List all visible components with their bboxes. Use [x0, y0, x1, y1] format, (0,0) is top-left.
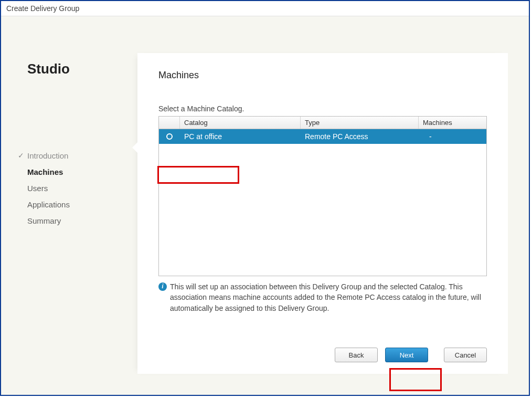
step-users[interactable]: Users: [27, 180, 137, 196]
info-note: i This will set up an association betwee…: [158, 281, 487, 313]
step-label: Applications: [27, 200, 70, 209]
studio-brand: Studio: [27, 61, 70, 77]
wizard-buttons: Back Next Cancel: [335, 348, 487, 362]
col-catalog: Catalog: [180, 117, 301, 129]
page-heading: Machines: [158, 65, 487, 81]
cancel-button[interactable]: Cancel: [444, 348, 487, 362]
info-text: This will set up an association between …: [170, 281, 487, 313]
catalog-table: Catalog Type Machines PC at office Remot…: [158, 116, 487, 276]
step-machines[interactable]: Machines: [27, 164, 137, 180]
row-machines: -: [419, 130, 486, 143]
wizard-body: Studio Introduction Machines Users Appli…: [1, 16, 529, 395]
radio-icon: [166, 133, 173, 140]
back-button[interactable]: Back: [335, 348, 378, 362]
next-button[interactable]: Next: [385, 348, 428, 362]
wizard-steps: Introduction Machines Users Applications…: [27, 148, 137, 229]
row-catalog: PC at office: [180, 130, 301, 143]
info-icon: i: [158, 282, 167, 291]
col-radio: [159, 117, 180, 129]
row-radio[interactable]: [159, 131, 180, 142]
step-summary[interactable]: Summary: [27, 213, 137, 229]
step-label: Machines: [27, 167, 63, 176]
step-label: Introduction: [27, 151, 68, 160]
step-introduction[interactable]: Introduction: [27, 148, 137, 164]
table-header: Catalog Type Machines: [159, 117, 486, 129]
step-label: Summary: [27, 216, 61, 225]
row-type: Remote PC Access: [301, 130, 419, 143]
annotation-highlight-next: [389, 368, 442, 391]
page-instruction: Select a Machine Catalog.: [158, 104, 487, 113]
col-type: Type: [301, 117, 419, 129]
col-machines: Machines: [419, 117, 486, 129]
wizard-window: Create Delivery Group Studio Introductio…: [0, 0, 530, 396]
step-label: Users: [27, 184, 48, 193]
wizard-sidebar: Studio Introduction Machines Users Appli…: [1, 16, 137, 395]
window-title: Create Delivery Group: [1, 1, 529, 16]
step-applications[interactable]: Applications: [27, 196, 137, 213]
content-panel: Machines Select a Machine Catalog. Catal…: [137, 53, 508, 374]
table-row[interactable]: PC at office Remote PC Access -: [159, 129, 486, 144]
